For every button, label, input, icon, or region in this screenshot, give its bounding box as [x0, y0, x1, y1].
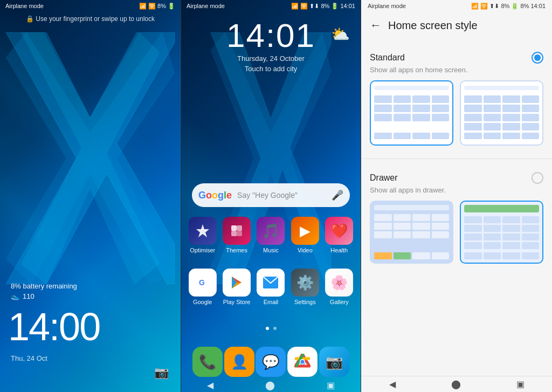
lock-background-pattern	[0, 32, 181, 284]
lock-steps-count: 110	[23, 292, 34, 300]
settings-nav-home[interactable]: ⬤	[451, 379, 461, 389]
drawer-title: Drawer	[370, 173, 398, 183]
standard-desc: Show all apps on home screen.	[370, 66, 543, 74]
home-nav-bar: ◀ ⬤ ▣	[181, 378, 361, 392]
app-playstore[interactable]: Play Store	[221, 269, 252, 305]
standard-preview-1	[370, 80, 453, 146]
home-search-bar[interactable]: Google Say "Hey Google" 🎤	[192, 183, 350, 207]
drawer-option-header: Drawer	[370, 172, 543, 184]
mic-icon[interactable]: 🎤	[332, 189, 343, 201]
app-health-label: Health	[330, 247, 348, 253]
app-google-icon: G	[189, 269, 217, 297]
home-date-line2: Touch to add city	[181, 65, 361, 73]
svg-point-19	[301, 360, 305, 364]
svg-rect-9	[237, 231, 242, 236]
app-music-icon: 🎵	[257, 217, 285, 245]
dock-phone[interactable]: 📞	[192, 347, 223, 377]
lock-time: 14:00	[8, 305, 100, 349]
lock-status-right: 📶 🛜 8% 🔋	[139, 3, 175, 10]
dot-2	[273, 327, 277, 330]
settings-status-bar: Airplane mode 📶 🛜 ⬆⬇ 8% 🔋 8% 14:01	[361, 0, 552, 12]
app-email[interactable]: Email	[255, 269, 286, 305]
settings-content: Standard Show all apps on home screen.	[361, 39, 552, 376]
dot-1	[266, 327, 269, 330]
app-gallery[interactable]: 🌸 Gallery	[323, 269, 355, 305]
home-clock: 14:01 Thursday, 24 October Touch to add …	[181, 19, 361, 73]
lock-steps-icon: 👟	[11, 292, 19, 300]
dock-camera[interactable]: 📷	[319, 347, 349, 377]
svg-text:G: G	[199, 278, 205, 287]
svg-rect-7	[237, 225, 242, 231]
settings-status-right: 📶 🛜 ⬆⬇ 8% 🔋 8% 14:01	[471, 3, 546, 10]
app-email-label: Email	[264, 299, 279, 305]
app-video-icon: ▶	[291, 217, 319, 245]
style-option-drawer[interactable]: Drawer Show all apps in drawer.	[361, 163, 552, 272]
home-status-bar: Airplane mode 📶 🛜 ⬆⬇ 8% 🔋 14:01	[181, 0, 361, 12]
standard-radio[interactable]	[532, 52, 543, 64]
nav-recent[interactable]: ▣	[327, 380, 335, 390]
lock-camera-button[interactable]: 📷	[151, 363, 171, 382]
settings-nav-back[interactable]: ◀	[389, 379, 396, 389]
standard-option-header: Standard	[370, 52, 543, 64]
lock-status-left: Airplane mode	[5, 3, 44, 9]
preview-grid-top-2	[464, 95, 539, 130]
app-settings-label: Settings	[294, 299, 316, 305]
app-google[interactable]: G Google	[187, 269, 218, 305]
app-themes-label: Themes	[226, 247, 247, 253]
nav-home[interactable]: ⬤	[265, 380, 275, 390]
drawer-previews	[370, 201, 543, 264]
app-themes[interactable]: Themes	[221, 217, 252, 253]
preview-bottom-2	[464, 133, 539, 139]
home-page-dots	[181, 327, 361, 330]
lock-fingerprint-hint: 🔒 Use your fingerprint or swipe up to un…	[0, 15, 181, 23]
lock-battery-percent: 8% battery remaining	[11, 282, 77, 290]
preview-top-bar-2	[464, 86, 539, 90]
app-settings[interactable]: ⚙️ Settings	[289, 269, 321, 305]
google-logo: Google	[198, 190, 232, 201]
app-health-icon: ❤️	[325, 217, 353, 245]
app-health[interactable]: ❤️ Health	[323, 217, 355, 253]
home-status-left: Airplane mode	[187, 3, 225, 9]
divider	[361, 159, 552, 159]
home-apps-row-1: Optimiser Themes 🎵 Music ▶ Video ❤️ Heal…	[181, 217, 361, 253]
home-screen: Airplane mode 📶 🛜 ⬆⬇ 8% 🔋 14:01 14:01 Th…	[181, 0, 361, 392]
lock-steps: 👟 110	[11, 292, 77, 300]
lock-battery-info: 8% battery remaining 👟 110	[11, 282, 77, 300]
app-playstore-icon	[223, 269, 251, 297]
app-music-label: Music	[263, 247, 279, 253]
app-video[interactable]: ▶ Video	[289, 217, 321, 253]
drawer-radio[interactable]	[532, 172, 543, 184]
dock-messages[interactable]: 💬	[256, 347, 286, 377]
app-gallery-icon: 🌸	[325, 269, 353, 297]
lock-status-bar: Airplane mode 📶 🛜 8% 🔋	[0, 0, 181, 12]
svg-marker-5	[196, 224, 209, 237]
svg-rect-6	[231, 225, 237, 231]
app-optimiser-icon	[189, 217, 217, 245]
app-video-label: Video	[298, 247, 313, 253]
style-option-standard[interactable]: Standard Show all apps on home screen.	[361, 43, 552, 154]
home-status-right: 📶 🛜 ⬆⬇ 8% 🔋 14:01	[291, 3, 355, 10]
dock-contacts[interactable]: 👤	[224, 347, 254, 377]
drawer-preview-1	[370, 201, 453, 264]
preview-bottom	[374, 133, 449, 139]
standard-previews	[370, 80, 543, 146]
drawer-desc: Show all apps in drawer.	[370, 186, 543, 194]
settings-nav-bar: ◀ ⬤ ▣	[361, 376, 552, 392]
lock-date: Thu, 24 Oct	[11, 354, 47, 362]
settings-status-left: Airplane mode	[368, 3, 406, 9]
svg-rect-8	[231, 231, 237, 236]
app-playstore-label: Play Store	[223, 299, 251, 305]
dock-chrome[interactable]	[287, 347, 318, 377]
search-placeholder: Say "Hey Google"	[237, 191, 332, 200]
app-music[interactable]: 🎵 Music	[255, 217, 286, 253]
home-apps-row-2: G Google Play Store	[181, 269, 361, 305]
app-optimiser[interactable]: Optimiser	[187, 217, 218, 253]
settings-back-button[interactable]: ←	[370, 18, 382, 32]
svg-marker-2	[21, 32, 160, 284]
nav-back[interactable]: ◀	[207, 380, 213, 390]
settings-header: ← Home screen style	[361, 12, 552, 39]
settings-nav-recent[interactable]: ▣	[516, 379, 525, 389]
standard-preview-2	[460, 80, 543, 146]
drawer-preview-2	[460, 201, 543, 264]
settings-screen: Airplane mode 📶 🛜 ⬆⬇ 8% 🔋 8% 14:01 ← Hom…	[361, 0, 552, 392]
